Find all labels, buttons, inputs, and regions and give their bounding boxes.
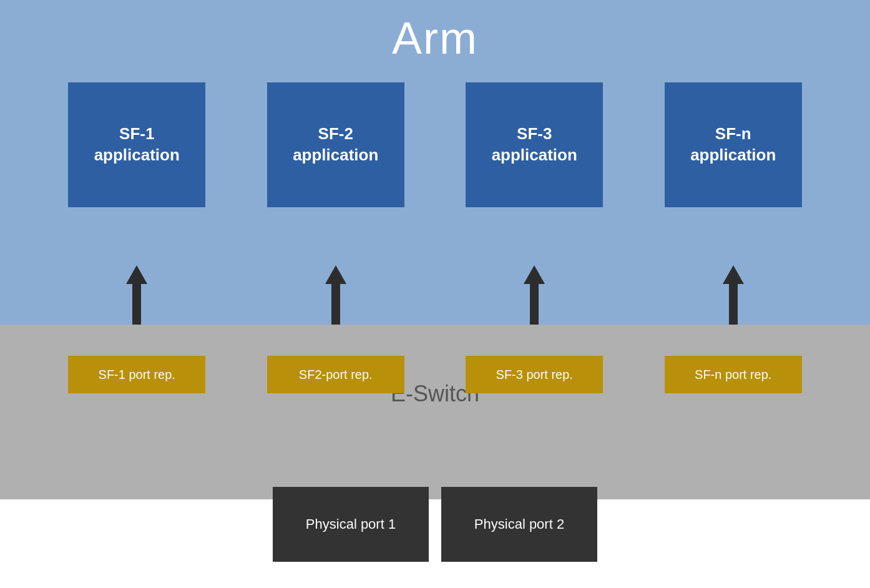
physical-port-1: Physical port 1	[273, 487, 429, 562]
app-box-sfn: SF-napplication	[665, 82, 802, 207]
svg-marker-6	[524, 265, 545, 284]
port-rep-sf1: SF-1 port rep.	[68, 356, 205, 393]
port-rep-sfn: SF-n port rep.	[665, 356, 802, 393]
port-rep-sf3: SF-3 port rep.	[466, 356, 603, 393]
app-box-sf1: SF-1application	[68, 82, 205, 207]
app-box-sf3: SF-3application	[466, 82, 603, 207]
arm-title: Arm	[392, 12, 478, 64]
port-rep-row: SF-1 port rep. SF2-port rep. SF-3 port r…	[0, 356, 870, 393]
physical-ports-row: Physical port 1 Physical port 2	[0, 487, 870, 562]
diagram-container: Arm SF-1application SF-2application SF-3…	[0, 0, 870, 588]
physical-port-2: Physical port 2	[441, 487, 597, 562]
app-boxes-row: SF-1application SF-2application SF-3appl…	[0, 82, 870, 207]
svg-marker-3	[325, 265, 346, 284]
svg-marker-9	[723, 265, 744, 284]
eswitch-section: E-Switch	[0, 325, 870, 499]
app-box-sf2: SF-2application	[267, 82, 404, 207]
svg-marker-0	[126, 265, 147, 284]
port-rep-sf2: SF2-port rep.	[267, 356, 404, 393]
